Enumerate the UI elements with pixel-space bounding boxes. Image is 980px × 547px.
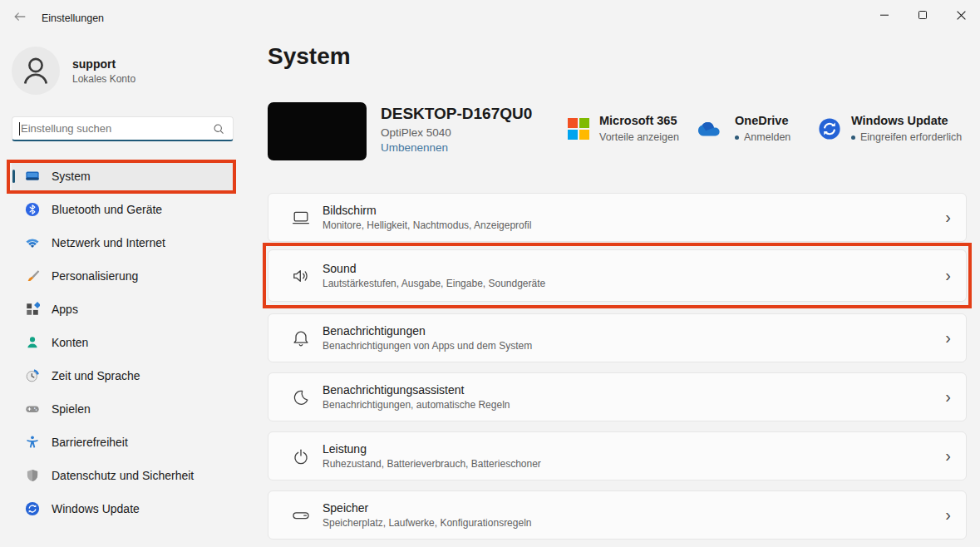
- sidebar-item-label: System: [52, 170, 91, 183]
- device-model: OptiPlex 5040: [381, 126, 532, 139]
- search-icon: [212, 122, 225, 136]
- settings-row-subtitle: Ruhezustand, Batterieverbrauch, Batterie…: [323, 458, 541, 470]
- text-cursor: [19, 122, 20, 136]
- update-icon: [818, 117, 841, 140]
- settings-row-subtitle: Benachrichtigungen, automatische Regeln: [323, 399, 510, 411]
- status-dot: [735, 136, 739, 140]
- minimize-icon[interactable]: [865, 0, 904, 30]
- settings-row-subtitle: Lautstärkestufen, Ausgabe, Eingabe, Soun…: [323, 278, 545, 289]
- settings-row-title: Benachrichtigungen: [323, 324, 532, 338]
- promo-card-onedrive[interactable]: OneDriveAnmelden: [697, 114, 790, 143]
- promo-card-windows-update[interactable]: Windows UpdateEingreifen erforderlich: [818, 114, 962, 143]
- page-title: System: [268, 43, 351, 70]
- promo-title: Windows Update: [851, 114, 962, 127]
- account-type: Lokales Konto: [72, 73, 135, 85]
- promo-card-microsoft-365[interactable]: Microsoft 365Vorteile anzeigen: [568, 114, 679, 143]
- app-title: Einstellungen: [42, 12, 104, 24]
- account-name: support: [72, 57, 135, 71]
- settings-row-title: Bildschirm: [323, 204, 531, 217]
- rename-link[interactable]: Umbenennen: [381, 141, 448, 154]
- sidebar-item-personalisierung[interactable]: Personalisierung: [12, 259, 234, 293]
- sidebar-item-label: Datenschutz und Sicherheit: [52, 469, 194, 482]
- sidebar-nav: SystemBluetooth und GeräteNetzwerk und I…: [12, 160, 234, 525]
- chevron-right-icon: ›: [945, 505, 951, 524]
- sidebar-item-label: Bluetooth und Geräte: [52, 203, 162, 216]
- avatar: [12, 47, 60, 95]
- promo-subtitle: Vorteile anzeigen: [599, 131, 679, 143]
- time-icon: [25, 368, 40, 383]
- promo-subtitle: Anmelden: [735, 131, 790, 143]
- accounts-icon: [25, 335, 40, 350]
- sidebar-item-label: Netzwerk und Internet: [52, 236, 165, 249]
- status-dot: [851, 136, 855, 140]
- chevron-right-icon: ›: [945, 207, 951, 226]
- onedrive-icon: [697, 120, 725, 138]
- settings-row-title: Sound: [323, 262, 545, 275]
- settings-row-subtitle: Speicherplatz, Laufwerke, Konfigurations…: [323, 517, 531, 529]
- promo-title: OneDrive: [735, 114, 790, 127]
- close-icon[interactable]: [942, 0, 980, 30]
- accessibility-icon: [25, 435, 40, 450]
- sidebar-item-label: Konten: [52, 336, 88, 349]
- chevron-right-icon: ›: [945, 328, 951, 347]
- sidebar-item-label: Apps: [52, 303, 78, 316]
- maximize-icon[interactable]: [904, 0, 942, 30]
- sidebar-item-windows-update[interactable]: Windows Update: [12, 492, 234, 525]
- network-icon: [25, 235, 40, 250]
- sidebar-item-label: Personalisierung: [52, 269, 138, 283]
- device-thumbnail: [268, 102, 367, 160]
- sidebar-item-system[interactable]: System: [12, 160, 234, 193]
- notifications-icon: [291, 328, 311, 348]
- bluetooth-icon: [25, 202, 40, 217]
- settings-row-benachrichtigungsassistent[interactable]: BenachrichtigungsassistentBenachrichtigu…: [268, 372, 967, 421]
- sidebar-item-bluetooth-und-ger-te[interactable]: Bluetooth und Geräte: [12, 193, 234, 226]
- search-input[interactable]: [21, 117, 204, 140]
- privacy-icon: [25, 468, 40, 483]
- settings-row-subtitle: Benachrichtigungen von Apps und dem Syst…: [323, 340, 532, 352]
- settings-row-speicher[interactable]: SpeicherSpeicherplatz, Laufwerke, Konfig…: [268, 490, 967, 540]
- sidebar-item-label: Barrierefreiheit: [52, 436, 128, 449]
- sidebar-item-barrierefreiheit[interactable]: Barrierefreiheit: [12, 426, 234, 459]
- sidebar-item-spielen[interactable]: Spielen: [12, 392, 234, 426]
- sidebar-item-zeit-und-sprache[interactable]: Zeit und Sprache: [12, 359, 234, 392]
- sound-icon: [291, 266, 311, 286]
- apps-icon: [25, 302, 40, 317]
- microsoft-icon: [568, 118, 589, 140]
- device-name: DESKTOP-D167QU0: [381, 105, 532, 123]
- chevron-right-icon: ›: [945, 446, 951, 465]
- sidebar-item-netzwerk-und-internet[interactable]: Netzwerk und Internet: [12, 226, 234, 259]
- system-icon: [25, 169, 40, 184]
- sidebar-item-label: Spielen: [52, 402, 91, 416]
- settings-row-subtitle: Monitore, Helligkeit, Nachtmodus, Anzeig…: [323, 219, 531, 231]
- settings-row-benachrichtigungen[interactable]: BenachrichtigungenBenachrichtigungen von…: [268, 313, 967, 362]
- chevron-right-icon: ›: [945, 387, 951, 406]
- sidebar-item-konten[interactable]: Konten: [12, 326, 234, 359]
- promo-subtitle: Eingreifen erforderlich: [851, 131, 962, 143]
- back-button[interactable]: [7, 5, 33, 28]
- account-card[interactable]: support Lokales Konto: [12, 47, 135, 95]
- update-icon: [25, 501, 40, 516]
- sidebar-item-label: Zeit und Sprache: [52, 369, 140, 382]
- gaming-icon: [25, 402, 40, 416]
- power-icon: [291, 446, 311, 466]
- focus-icon: [291, 387, 311, 407]
- sidebar-item-apps[interactable]: Apps: [12, 293, 234, 326]
- settings-row-sound[interactable]: SoundLautstärkestufen, Ausgabe, Eingabe,…: [268, 249, 967, 302]
- search-box: [12, 116, 234, 141]
- settings-row-title: Benachrichtigungsassistent: [323, 383, 510, 397]
- display-icon: [291, 208, 311, 228]
- window-controls: [865, 0, 980, 30]
- selected-indicator: [12, 170, 15, 183]
- settings-row-leistung[interactable]: LeistungRuhezustand, Batterieverbrauch, …: [268, 431, 967, 480]
- personalization-icon: [25, 269, 40, 283]
- promo-title: Microsoft 365: [599, 114, 679, 127]
- settings-window: Einstellungen support Lokales Konto Syst…: [0, 0, 980, 547]
- sidebar-item-label: Windows Update: [52, 502, 140, 515]
- chevron-right-icon: ›: [945, 265, 951, 284]
- storage-icon: [291, 505, 311, 525]
- settings-row-title: Speicher: [323, 501, 531, 515]
- settings-row-title: Leistung: [323, 442, 541, 456]
- sidebar-item-datenschutz-und-sicherheit[interactable]: Datenschutz und Sicherheit: [12, 459, 234, 492]
- settings-row-bildschirm[interactable]: BildschirmMonitore, Helligkeit, Nachtmod…: [268, 193, 967, 242]
